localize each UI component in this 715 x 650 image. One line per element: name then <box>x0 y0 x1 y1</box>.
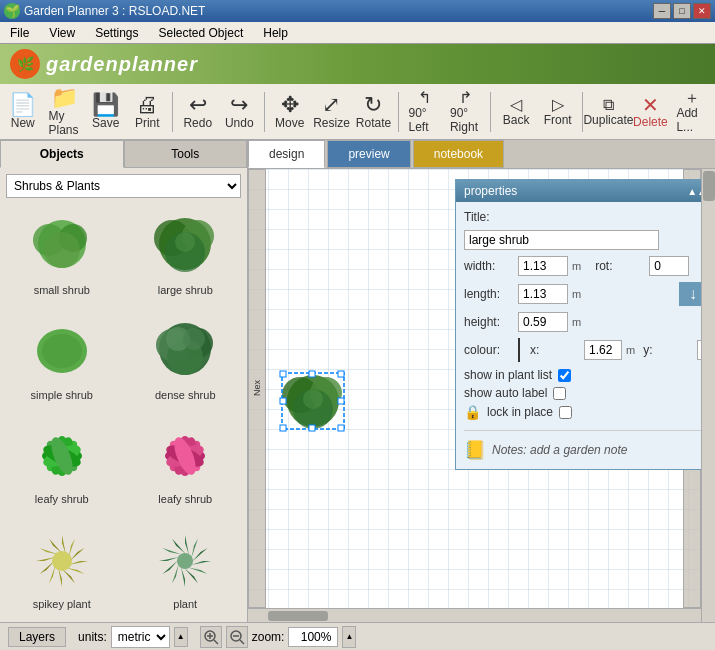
tab-design[interactable]: design <box>248 140 325 168</box>
list-item[interactable]: leafy shrub <box>128 417 244 514</box>
minimize-button[interactable]: ─ <box>653 3 671 19</box>
toolbar: 📄 New 📁 My Plans 💾 Save 🖨 Print ↩ Redo ↪… <box>0 84 715 140</box>
add-layer-button[interactable]: ＋ Add L... <box>673 88 711 136</box>
svg-marker-49 <box>191 561 211 565</box>
undo-button[interactable]: ↪ Undo <box>220 88 258 136</box>
title-bar-left: 🌱 Garden Planner 3 : RSLOAD.NET <box>4 3 205 19</box>
props-title-row: Title: <box>464 210 707 224</box>
props-y-label: y: <box>643 343 693 357</box>
toolbar-sep-1 <box>172 92 173 132</box>
zoom-dropdown-arrow[interactable]: ▲ <box>342 626 356 648</box>
zoom-in-button[interactable] <box>200 626 222 648</box>
front-button[interactable]: ▷ Front <box>539 88 577 136</box>
props-title-label: Title: <box>464 210 514 224</box>
print-button[interactable]: 🖨 Print <box>129 88 167 136</box>
rotate-left-button[interactable]: ↰ 90° Left <box>405 88 443 136</box>
svg-point-45 <box>52 551 72 571</box>
close-button[interactable]: ✕ <box>693 3 711 19</box>
rotate-button[interactable]: ↻ Rotate <box>354 88 392 136</box>
save-button[interactable]: 💾 Save <box>87 88 125 136</box>
tab-objects[interactable]: Objects <box>0 140 124 168</box>
objects-grid: small shrub large shrub <box>0 204 247 622</box>
rotate-icon: ↻ <box>364 94 382 116</box>
menu-view[interactable]: View <box>43 24 81 42</box>
window-controls[interactable]: ─ □ ✕ <box>653 3 711 19</box>
units-label: units: <box>78 630 107 644</box>
list-item[interactable]: small shrub <box>4 208 120 305</box>
plant-icon-leafy-shrub-pink <box>150 421 220 491</box>
rotate-left-icon: ↰ <box>418 90 431 106</box>
toolbar-sep-4 <box>490 92 491 132</box>
colour-swatch[interactable] <box>518 338 520 362</box>
category-select[interactable]: Shrubs & Plants <box>6 174 241 198</box>
lock-in-place-checkbox[interactable] <box>559 406 572 419</box>
props-width-input[interactable] <box>518 256 568 276</box>
list-item[interactable]: plant <box>128 522 244 619</box>
menu-settings[interactable]: Settings <box>89 24 144 42</box>
print-label: Print <box>135 116 160 130</box>
duplicate-label: Duplicate <box>583 113 633 127</box>
tab-bar: design preview notebook <box>248 140 715 169</box>
menu-selected-object[interactable]: Selected Object <box>153 24 250 42</box>
logo-bar: 🌿 gardenplanner <box>0 44 715 84</box>
move-label: Move <box>275 116 304 130</box>
list-item[interactable]: dense shrub <box>128 313 244 410</box>
canvas-scrollbar-vertical[interactable] <box>701 169 715 622</box>
main-content: Objects Tools Shrubs & Plants small s <box>0 140 715 622</box>
maximize-button[interactable]: □ <box>673 3 691 19</box>
svg-point-58 <box>177 553 193 569</box>
props-width-unit: m <box>572 260 581 272</box>
props-x-input[interactable] <box>584 340 622 360</box>
props-height-row: height: m <box>464 312 707 332</box>
units-select[interactable]: metric <box>111 626 170 648</box>
props-width-label: width: <box>464 259 514 273</box>
svg-rect-68 <box>280 398 286 404</box>
new-button[interactable]: 📄 New <box>4 88 42 136</box>
show-in-plant-list-checkbox[interactable] <box>558 369 571 382</box>
window-title: Garden Planner 3 : RSLOAD.NET <box>24 4 205 18</box>
canvas-plant-selected[interactable] <box>278 369 348 442</box>
tab-tools[interactable]: Tools <box>124 140 248 168</box>
resize-icon: ⤢ <box>322 94 340 116</box>
props-length-input[interactable] <box>518 284 568 304</box>
list-item[interactable]: simple shrub <box>4 313 120 410</box>
save-icon: 💾 <box>92 94 119 116</box>
plant-icon-large-shrub <box>150 212 220 282</box>
redo-button[interactable]: ↩ Redo <box>179 88 217 136</box>
plant-label-plant: plant <box>173 598 197 610</box>
rotate-right-button[interactable]: ↱ 90° Right <box>447 88 485 136</box>
show-auto-label-checkbox[interactable] <box>553 387 566 400</box>
duplicate-button[interactable]: ⧉ Duplicate <box>589 88 627 136</box>
move-button[interactable]: ✥ Move <box>271 88 309 136</box>
plant-label-large-shrub: large shrub <box>158 284 213 296</box>
units-dropdown-arrow[interactable]: ▲ <box>174 627 188 647</box>
tab-preview[interactable]: preview <box>327 140 410 168</box>
props-title-input[interactable] <box>464 230 659 250</box>
zoom-out-button[interactable] <box>226 626 248 648</box>
move-icon: ✥ <box>281 94 299 116</box>
menu-file[interactable]: File <box>4 24 35 42</box>
show-auto-label-label: show auto label <box>464 386 547 400</box>
props-height-input[interactable] <box>518 312 568 332</box>
list-item[interactable]: large shrub <box>128 208 244 305</box>
tab-notebook[interactable]: notebook <box>413 140 504 168</box>
delete-label: Delete <box>633 115 668 129</box>
props-title-input-row <box>464 230 707 250</box>
my-plans-button[interactable]: 📁 My Plans <box>46 88 84 136</box>
layers-button[interactable]: Layers <box>8 627 66 647</box>
garden-canvas[interactable]: Nex 372 Right <box>248 169 715 622</box>
menu-help[interactable]: Help <box>257 24 294 42</box>
rotate-left-label: 90° Left <box>408 106 440 134</box>
props-rot-input[interactable] <box>649 256 689 276</box>
notes-text: Notes: add a garden note <box>492 443 627 457</box>
props-content: Title: width: m rot: le <box>456 202 715 469</box>
list-item[interactable]: spikey plant <box>4 522 120 619</box>
list-item[interactable]: leafy shrub <box>4 417 120 514</box>
svg-rect-70 <box>280 425 286 431</box>
canvas-scrollbar-horizontal[interactable] <box>248 608 701 622</box>
delete-button[interactable]: ✕ Delete <box>631 88 669 136</box>
right-area: design preview notebook Nex 372 Right <box>248 140 715 622</box>
nav-left-arrow[interactable]: Nex <box>248 169 266 608</box>
back-button[interactable]: ◁ Back <box>497 88 535 136</box>
resize-button[interactable]: ⤢ Resize <box>312 88 350 136</box>
